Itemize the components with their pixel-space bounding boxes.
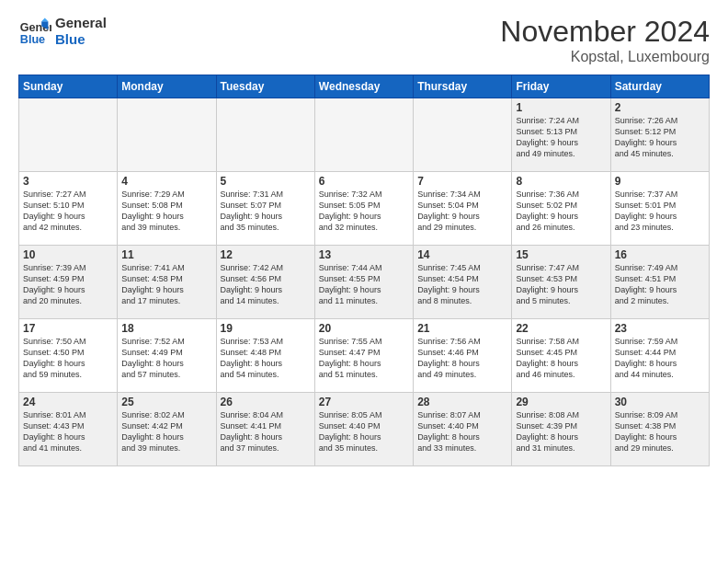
day-number: 5: [221, 175, 311, 188]
col-sunday: Sunday: [19, 75, 118, 98]
day-number: 24: [23, 396, 113, 408]
location: Kopstal, Luxembourg: [500, 49, 710, 65]
day-number: 18: [121, 322, 211, 335]
day-number: 30: [615, 396, 705, 408]
table-row: 1Sunrise: 7:24 AM Sunset: 5:13 PM Daylig…: [512, 98, 610, 172]
table-row: 4Sunrise: 7:29 AM Sunset: 5:08 PM Daylig…: [118, 172, 216, 246]
day-number: 29: [516, 396, 606, 408]
day-info: Sunrise: 8:01 AM Sunset: 4:43 PM Dayligh…: [23, 409, 113, 454]
table-row: 27Sunrise: 8:05 AM Sunset: 4:40 PM Dayli…: [314, 393, 413, 466]
day-number: 4: [121, 175, 211, 188]
col-tuesday: Tuesday: [216, 75, 314, 98]
day-info: Sunrise: 7:34 AM Sunset: 5:04 PM Dayligh…: [417, 189, 507, 234]
month-title: November 2024: [500, 15, 710, 49]
day-info: Sunrise: 7:58 AM Sunset: 4:45 PM Dayligh…: [516, 336, 606, 381]
day-info: Sunrise: 7:59 AM Sunset: 4:44 PM Dayligh…: [615, 336, 705, 381]
day-info: Sunrise: 7:50 AM Sunset: 4:50 PM Dayligh…: [23, 336, 113, 381]
table-row: 14Sunrise: 7:45 AM Sunset: 4:54 PM Dayli…: [414, 246, 512, 319]
table-row: 23Sunrise: 7:59 AM Sunset: 4:44 PM Dayli…: [610, 319, 709, 393]
table-row: 12Sunrise: 7:42 AM Sunset: 4:56 PM Dayli…: [216, 246, 314, 319]
calendar-week-row: 3Sunrise: 7:27 AM Sunset: 5:10 PM Daylig…: [19, 172, 710, 246]
day-number: 27: [319, 396, 409, 408]
day-info: Sunrise: 7:44 AM Sunset: 4:55 PM Dayligh…: [319, 262, 409, 307]
logo-line2: Blue: [55, 31, 107, 48]
logo: General Blue General Blue: [18, 15, 107, 48]
table-row: 21Sunrise: 7:56 AM Sunset: 4:46 PM Dayli…: [414, 319, 512, 393]
table-row: 20Sunrise: 7:55 AM Sunset: 4:47 PM Dayli…: [314, 319, 413, 393]
day-info: Sunrise: 7:49 AM Sunset: 4:51 PM Dayligh…: [615, 262, 705, 307]
title-block: November 2024 Kopstal, Luxembourg: [500, 15, 710, 65]
day-number: 11: [121, 248, 211, 261]
day-number: 7: [417, 175, 507, 188]
table-row: 25Sunrise: 8:02 AM Sunset: 4:42 PM Dayli…: [118, 393, 216, 466]
table-row: [216, 98, 314, 172]
table-row: 29Sunrise: 8:08 AM Sunset: 4:39 PM Dayli…: [512, 393, 610, 466]
calendar-week-row: 17Sunrise: 7:50 AM Sunset: 4:50 PM Dayli…: [19, 319, 710, 393]
col-wednesday: Wednesday: [314, 75, 413, 98]
table-row: [314, 98, 413, 172]
table-row: 2Sunrise: 7:26 AM Sunset: 5:12 PM Daylig…: [610, 98, 709, 172]
day-number: 6: [319, 175, 409, 188]
col-thursday: Thursday: [414, 75, 512, 98]
day-info: Sunrise: 7:26 AM Sunset: 5:12 PM Dayligh…: [615, 115, 705, 160]
calendar-week-row: 10Sunrise: 7:39 AM Sunset: 4:59 PM Dayli…: [19, 246, 710, 319]
table-row: 8Sunrise: 7:36 AM Sunset: 5:02 PM Daylig…: [512, 172, 610, 246]
day-number: 10: [23, 248, 113, 261]
table-row: 16Sunrise: 7:49 AM Sunset: 4:51 PM Dayli…: [610, 246, 709, 319]
day-number: 21: [417, 322, 507, 335]
header: General Blue General Blue November 2024 …: [18, 15, 710, 65]
day-info: Sunrise: 7:53 AM Sunset: 4:48 PM Dayligh…: [221, 336, 311, 381]
day-number: 25: [121, 396, 211, 408]
day-number: 15: [516, 248, 606, 261]
table-row: 9Sunrise: 7:37 AM Sunset: 5:01 PM Daylig…: [610, 172, 709, 246]
day-info: Sunrise: 8:04 AM Sunset: 4:41 PM Dayligh…: [221, 409, 311, 454]
day-number: 8: [516, 175, 606, 188]
day-number: 19: [221, 322, 311, 335]
table-row: [19, 98, 118, 172]
table-row: 18Sunrise: 7:52 AM Sunset: 4:49 PM Dayli…: [118, 319, 216, 393]
day-info: Sunrise: 7:42 AM Sunset: 4:56 PM Dayligh…: [221, 262, 311, 307]
day-info: Sunrise: 7:27 AM Sunset: 5:10 PM Dayligh…: [23, 189, 113, 234]
logo-line1: General: [55, 15, 107, 31]
day-info: Sunrise: 7:52 AM Sunset: 4:49 PM Dayligh…: [121, 336, 211, 381]
day-number: 9: [615, 175, 705, 188]
day-info: Sunrise: 7:45 AM Sunset: 4:54 PM Dayligh…: [417, 262, 507, 307]
day-info: Sunrise: 7:47 AM Sunset: 4:53 PM Dayligh…: [516, 262, 606, 307]
day-number: 13: [319, 248, 409, 261]
day-number: 12: [221, 248, 311, 261]
day-info: Sunrise: 7:31 AM Sunset: 5:07 PM Dayligh…: [221, 189, 311, 234]
table-row: 22Sunrise: 7:58 AM Sunset: 4:45 PM Dayli…: [512, 319, 610, 393]
day-number: 20: [319, 322, 409, 335]
day-info: Sunrise: 7:37 AM Sunset: 5:01 PM Dayligh…: [615, 189, 705, 234]
calendar-week-row: 1Sunrise: 7:24 AM Sunset: 5:13 PM Daylig…: [19, 98, 710, 172]
day-number: 14: [417, 248, 507, 261]
table-row: 19Sunrise: 7:53 AM Sunset: 4:48 PM Dayli…: [216, 319, 314, 393]
table-row: 11Sunrise: 7:41 AM Sunset: 4:58 PM Dayli…: [118, 246, 216, 319]
table-row: 13Sunrise: 7:44 AM Sunset: 4:55 PM Dayli…: [314, 246, 413, 319]
table-row: [118, 98, 216, 172]
day-number: 22: [516, 322, 606, 335]
logo-icon: General Blue: [18, 15, 51, 48]
calendar-header-row: Sunday Monday Tuesday Wednesday Thursday…: [19, 75, 710, 98]
day-number: 1: [516, 101, 606, 114]
table-row: 26Sunrise: 8:04 AM Sunset: 4:41 PM Dayli…: [216, 393, 314, 466]
day-info: Sunrise: 8:07 AM Sunset: 4:40 PM Dayligh…: [417, 409, 507, 454]
day-info: Sunrise: 7:56 AM Sunset: 4:46 PM Dayligh…: [417, 336, 507, 381]
svg-marker-3: [41, 18, 48, 22]
day-number: 2: [615, 101, 705, 114]
table-row: 6Sunrise: 7:32 AM Sunset: 5:05 PM Daylig…: [314, 172, 413, 246]
day-info: Sunrise: 7:32 AM Sunset: 5:05 PM Dayligh…: [319, 189, 409, 234]
day-number: 17: [23, 322, 113, 335]
table-row: 5Sunrise: 7:31 AM Sunset: 5:07 PM Daylig…: [216, 172, 314, 246]
day-info: Sunrise: 8:08 AM Sunset: 4:39 PM Dayligh…: [516, 409, 606, 454]
svg-text:Blue: Blue: [20, 33, 45, 46]
day-info: Sunrise: 7:41 AM Sunset: 4:58 PM Dayligh…: [121, 262, 211, 307]
day-info: Sunrise: 7:55 AM Sunset: 4:47 PM Dayligh…: [319, 336, 409, 381]
table-row: 28Sunrise: 8:07 AM Sunset: 4:40 PM Dayli…: [414, 393, 512, 466]
table-row: 7Sunrise: 7:34 AM Sunset: 5:04 PM Daylig…: [414, 172, 512, 246]
day-info: Sunrise: 7:29 AM Sunset: 5:08 PM Dayligh…: [121, 189, 211, 234]
calendar: Sunday Monday Tuesday Wednesday Thursday…: [18, 75, 710, 466]
day-number: 23: [615, 322, 705, 335]
day-info: Sunrise: 7:24 AM Sunset: 5:13 PM Dayligh…: [516, 115, 606, 160]
table-row: 30Sunrise: 8:09 AM Sunset: 4:38 PM Dayli…: [610, 393, 709, 466]
